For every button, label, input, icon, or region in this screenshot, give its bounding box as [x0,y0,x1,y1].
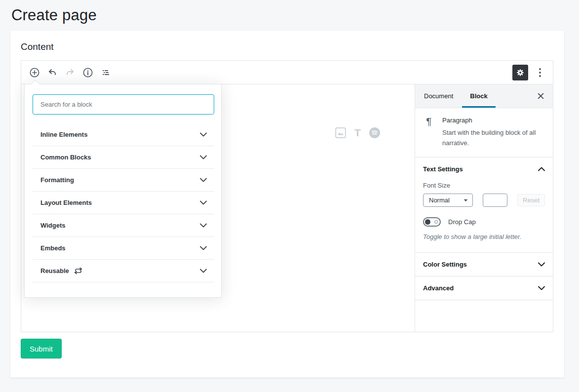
drop-cap-toggle[interactable] [423,217,441,227]
block-editor: T Document Block [21,60,553,332]
category-label: Inline Elements [40,131,87,138]
more-options-button[interactable] [534,65,546,80]
spotify-embed-icon [369,127,380,138]
panel-text-settings-label: Text Settings [423,165,463,173]
undo-icon [47,68,57,78]
custom-font-size-input[interactable] [483,194,507,207]
editor-toolbar [21,61,553,84]
block-description-card: ¶ Paragraph Start with the building bloc… [415,108,553,157]
settings-gear-button[interactable] [512,65,528,80]
category-reusable[interactable]: Reusable [33,260,214,282]
submit-button[interactable]: Submit [21,339,62,358]
close-icon [538,93,544,99]
block-card-description: Start with the building block of all nar… [442,127,543,148]
category-formatting[interactable]: Formatting [33,169,214,192]
block-inserter-popover: Inline Elements Common Blocks Formatting [24,84,222,298]
category-label: Formatting [40,176,74,184]
text-icon: T [354,127,361,138]
category-label: Embeds [40,244,66,252]
panel-color-settings-label: Color Settings [423,261,467,268]
category-label: Layout Elements [40,199,92,206]
font-size-select[interactable]: Normal [423,194,473,207]
redo-icon [65,68,75,78]
block-card-title: Paragraph [442,116,543,124]
inserter-plus-icon [29,67,40,78]
tab-block[interactable]: Block [462,84,495,108]
drop-cap-help-text: Toggle to show a large initial letter. [423,233,545,240]
add-block-button[interactable] [26,64,43,81]
text-settings-body: Font Size Normal Reset [415,181,553,252]
panel-text-settings[interactable]: Text Settings [415,157,553,181]
chevron-down-icon [538,262,545,267]
category-label: Common Blocks [40,154,91,161]
block-navigation-button[interactable] [97,64,115,81]
form-card: Content [10,31,564,378]
chevron-up-icon [538,167,545,171]
chevron-down-icon [538,286,545,290]
kebab-menu-icon [539,68,541,77]
page-title: Create page [11,6,97,24]
font-size-label: Font Size [423,182,545,189]
sidebar-tabs: Document Block [415,84,553,108]
category-widgets[interactable]: Widgets [33,214,214,237]
gear-icon [516,68,525,77]
category-embeds[interactable]: Embeds [33,237,214,260]
content-field-label: Content [21,41,54,52]
block-navigation-icon [101,68,111,78]
content-structure-button[interactable] [79,64,97,81]
close-sidebar-button[interactable] [532,84,549,108]
undo-button[interactable] [43,64,61,81]
category-label: Widgets [40,222,65,229]
category-inline-elements[interactable]: Inline Elements [33,123,214,146]
tab-document[interactable]: Document [416,84,461,108]
category-layout-elements[interactable]: Layout Elements [33,192,214,214]
settings-sidebar: Document Block ¶ Paragraph Start with t [415,84,553,332]
block-category-list: Inline Elements Common Blocks Formatting [25,123,221,282]
reset-font-size-button[interactable]: Reset [517,194,545,206]
category-common-blocks[interactable]: Common Blocks [33,146,214,169]
category-label: Reusable [40,267,69,274]
create-page-screen: Create page Content [0,0,579,392]
panel-advanced-label: Advanced [423,284,454,292]
select-arrow-icon [463,199,468,202]
toolbar-right-group [512,65,553,80]
panel-color-settings[interactable]: Color Settings [415,253,553,276]
drop-cap-label: Drop Cap [448,218,476,226]
panel-advanced[interactable]: Advanced [415,276,553,300]
chevron-down-icon [200,200,207,205]
redo-button[interactable] [61,64,79,81]
info-icon [82,67,94,78]
image-icon [335,127,346,138]
search-input[interactable] [33,94,214,115]
font-size-selected-value: Normal [429,196,450,204]
chevron-down-icon [200,269,207,273]
chevron-down-icon [200,223,207,228]
reusable-block-icon [74,267,83,274]
block-placeholder-icons: T [335,127,380,138]
paragraph-icon: ¶ [423,116,435,148]
chevron-down-icon [200,155,207,159]
chevron-down-icon [200,132,207,137]
chevron-down-icon [200,246,207,250]
chevron-down-icon [200,178,207,182]
